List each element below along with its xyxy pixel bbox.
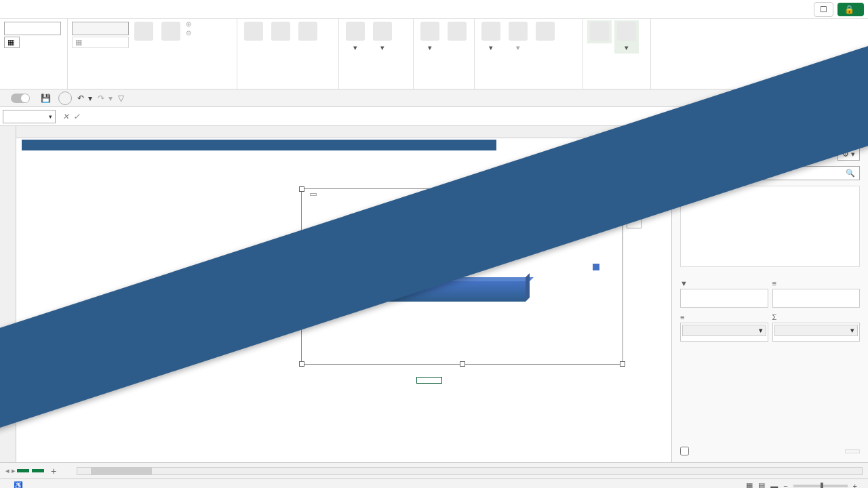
- sheet-tab-learn-more[interactable]: [32, 469, 44, 472]
- zoom-out-icon[interactable]: −: [783, 482, 787, 489]
- group-label-show: [587, 86, 646, 87]
- next-button[interactable]: [416, 377, 442, 384]
- area-legend-header: ≡: [772, 278, 861, 289]
- area-axis-drop[interactable]: ▾: [680, 323, 768, 342]
- zoom-slider[interactable]: [793, 485, 848, 487]
- new-sheet-button[interactable]: +: [45, 464, 62, 478]
- tip-banner: [22, 140, 496, 150]
- drill-up-button: [159, 20, 183, 43]
- view-layout-icon[interactable]: ▤: [758, 481, 765, 488]
- group-label-pivotchart: [4, 86, 63, 87]
- insert-slicer-button[interactable]: [241, 20, 266, 43]
- area-values-drop[interactable]: ▾: [772, 323, 861, 342]
- redo-button: ↷ ▾: [98, 94, 113, 103]
- collapse-field-button: ⊖: [186, 29, 191, 37]
- column-headers[interactable]: [16, 126, 671, 138]
- expand-field-button: ⊕: [186, 20, 191, 28]
- zoom-in-icon[interactable]: +: [853, 482, 857, 489]
- field-settings-button: ▦: [72, 37, 129, 48]
- clear-button[interactable]: ▾: [418, 20, 442, 54]
- menu-tabs: ☐ 🔒: [0, 0, 868, 19]
- chart-title[interactable]: [310, 193, 317, 196]
- touch-mode-button[interactable]: [58, 92, 72, 105]
- cancel-icon[interactable]: ✕: [62, 112, 69, 121]
- status-bar: ♿ ▦ ▤ ▬ − +: [0, 479, 868, 488]
- drill-down-button: [132, 20, 156, 43]
- sheet-nav-left-icon[interactable]: ◂ ▸: [5, 466, 16, 475]
- change-data-source-button[interactable]: ▾: [370, 20, 395, 54]
- sheet-tab-start[interactable]: [17, 469, 29, 472]
- group-label-actions: [418, 86, 470, 87]
- insert-timeline-button[interactable]: [269, 20, 293, 43]
- ribbon: ▦ ▦ ⊕ ⊖ ▾ ▾: [0, 19, 868, 89]
- defer-layout-checkbox[interactable]: [680, 447, 689, 455]
- area-legend-drop[interactable]: [772, 289, 861, 308]
- autosave-toggle[interactable]: [11, 94, 30, 103]
- move-chart-button[interactable]: [445, 20, 469, 43]
- name-box[interactable]: ▾: [3, 110, 56, 123]
- group-label-calc: [479, 86, 578, 87]
- comments-button[interactable]: ☐: [814, 2, 833, 17]
- horizontal-scrollbar[interactable]: [77, 467, 863, 475]
- olap-tools-button: ▾: [506, 20, 530, 54]
- update-button: [845, 449, 860, 453]
- relationships-button[interactable]: [533, 20, 557, 43]
- group-label-data: [343, 86, 409, 87]
- sheet-tabs: ◂ ▸ +: [0, 462, 868, 479]
- enter-icon[interactable]: ✓: [73, 112, 80, 121]
- status-accessibility[interactable]: ♿: [14, 481, 23, 488]
- refresh-button[interactable]: ▾: [343, 20, 368, 54]
- view-normal-icon[interactable]: ▦: [746, 481, 753, 488]
- area-values-header: Σ: [772, 312, 861, 323]
- area-filters-drop[interactable]: [680, 289, 768, 308]
- group-label-active: [72, 86, 233, 87]
- area-axis-header: ≡: [680, 312, 768, 323]
- field-list-button[interactable]: [587, 20, 612, 43]
- chart-name-input[interactable]: [4, 22, 61, 35]
- share-button[interactable]: 🔒: [837, 3, 864, 16]
- filter-connections-button: [296, 20, 320, 43]
- save-button[interactable]: 💾: [41, 94, 53, 103]
- view-break-icon[interactable]: ▬: [770, 482, 778, 489]
- area-filters-header: ▼: [680, 278, 768, 289]
- group-label-filter: [241, 86, 334, 87]
- field-buttons-button[interactable]: ▾: [614, 20, 639, 54]
- options-button[interactable]: ▦: [4, 37, 20, 48]
- search-icon: 🔍: [846, 169, 855, 178]
- chart-legend: [593, 264, 602, 270]
- undo-button[interactable]: ↶ ▾: [77, 94, 92, 103]
- active-field-input[interactable]: [72, 22, 129, 35]
- fields-items-sets-button[interactable]: ▾: [479, 20, 503, 54]
